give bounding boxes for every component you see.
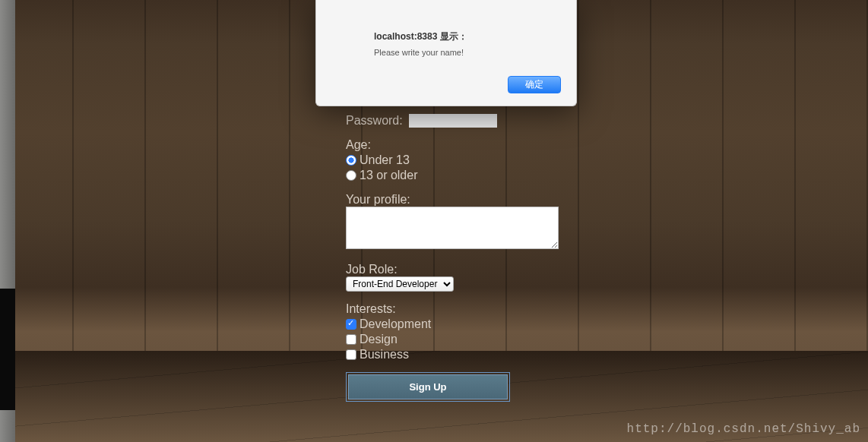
interests-label: Interests: bbox=[346, 302, 396, 315]
age-under-13-label: Under 13 bbox=[360, 153, 410, 167]
age-13-or-older-radio[interactable] bbox=[346, 170, 356, 181]
signup-button-wrap: Sign Up bbox=[346, 372, 510, 402]
interest-business-label: Business bbox=[360, 348, 409, 361]
job-role-select[interactable]: Front-End Developer bbox=[346, 276, 454, 292]
job-role-label: Job Role: bbox=[346, 263, 398, 276]
profile-label: Your profile: bbox=[346, 193, 410, 206]
age-under-13-radio[interactable] bbox=[346, 155, 356, 166]
left-window-dark bbox=[0, 289, 15, 410]
signup-form: Password: Age: Under 13 13 or older Your… bbox=[346, 114, 574, 402]
interest-design-checkbox[interactable] bbox=[346, 334, 356, 345]
alert-ok-button[interactable]: 确定 bbox=[508, 76, 561, 93]
interest-development-label: Development bbox=[360, 317, 431, 331]
password-label: Password: bbox=[346, 114, 403, 128]
watermark-text: http://blog.csdn.net/Shivy_ab bbox=[627, 422, 860, 436]
alert-dialog: localhost:8383 显示： Please write your nam… bbox=[315, 0, 577, 106]
alert-title: localhost:8383 显示： bbox=[374, 30, 558, 43]
password-input[interactable] bbox=[409, 114, 497, 128]
interest-business-checkbox[interactable] bbox=[346, 349, 356, 360]
interest-design-label: Design bbox=[360, 333, 398, 346]
age-label: Age: bbox=[346, 138, 371, 151]
interest-development-checkbox[interactable] bbox=[346, 319, 356, 330]
signup-button[interactable]: Sign Up bbox=[348, 374, 508, 399]
alert-message: Please write your name! bbox=[374, 48, 558, 57]
profile-textarea[interactable] bbox=[346, 207, 559, 249]
age-13-or-older-label: 13 or older bbox=[360, 169, 418, 182]
